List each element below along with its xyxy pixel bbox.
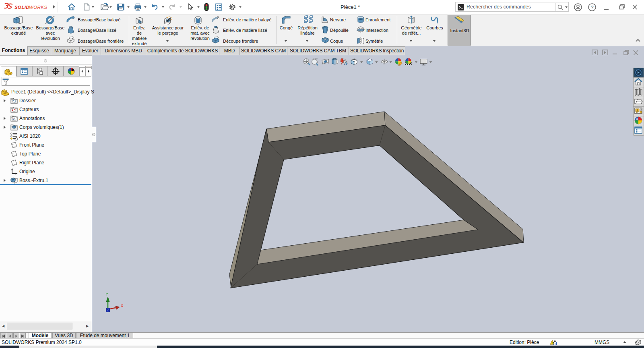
svg-text:?: ? [591, 4, 594, 10]
svg-text:A: A [344, 61, 347, 66]
svg-text:WORKS: WORKS [29, 5, 47, 10]
svg-text:!: ! [551, 341, 553, 345]
svg-text:SOLID: SOLID [14, 5, 29, 10]
